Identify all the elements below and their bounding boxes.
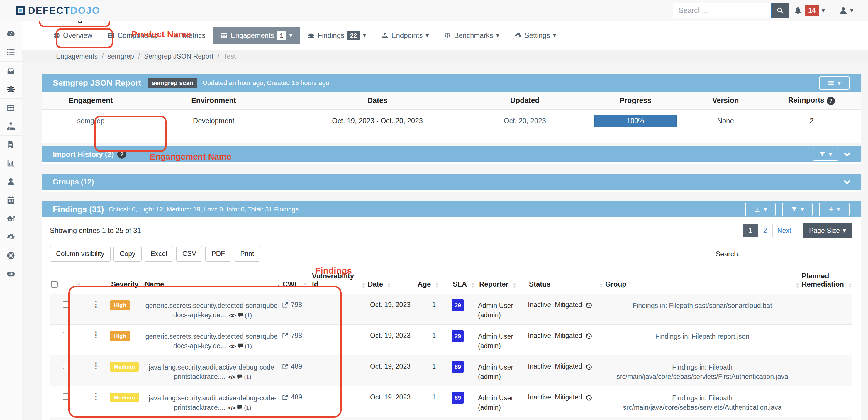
header-vulnerability-id[interactable]: Vulnerability Id [312, 272, 358, 288]
history-icon[interactable] [585, 363, 593, 371]
sort-arrows[interactable]: ▲▼ [599, 282, 603, 288]
header-date[interactable]: Date [368, 280, 383, 288]
page-2-button[interactable]: 2 [758, 224, 772, 237]
collapse-chevron-icon[interactable] [844, 150, 851, 157]
row-checkbox[interactable] [63, 301, 69, 308]
groups-bar[interactable]: Groups (12) [42, 174, 861, 190]
findings-filter-button[interactable]: ▾ [782, 203, 813, 216]
finding-name-link[interactable]: printstacktrace.... [174, 373, 225, 381]
sidebar-item-components[interactable] [0, 98, 22, 117]
row-checkbox[interactable] [63, 362, 69, 369]
engagement-link[interactable]: semgrep [42, 117, 140, 125]
question-circle-icon[interactable]: ? [827, 97, 835, 105]
print-button[interactable]: Print [234, 246, 260, 262]
header-group[interactable]: Group [605, 280, 626, 288]
sort-arrows[interactable]: ▲▼ [848, 282, 852, 288]
page-size-button[interactable]: Page Size ▾ [803, 223, 852, 238]
finding-name-link[interactable]: docs-api-key.de... [173, 342, 226, 350]
sidebar-item-endpoints[interactable] [0, 117, 22, 136]
search-input[interactable] [673, 3, 771, 18]
sort-arrows[interactable]: ▲▼ [387, 282, 391, 288]
sort-arrows[interactable]: ▲▼ [435, 282, 439, 288]
header-planned-remediation[interactable]: Planned Remediation [802, 272, 844, 288]
finding-name-link[interactable]: printstacktrace.... [174, 403, 225, 411]
group-link[interactable]: Findings in: Filepath sast/sonar/sonarcl… [604, 294, 801, 314]
row-actions-menu[interactable]: ⋮ [92, 332, 100, 338]
notifications-menu[interactable]: 14 ▾ [794, 5, 825, 16]
finding-name-link[interactable]: generic.secrets.security.detected-sonarq… [146, 333, 280, 340]
group-link[interactable]: Findings in: Filepath report.json [604, 325, 801, 345]
history-icon[interactable] [585, 301, 593, 309]
finding-name-link[interactable]: java.lang.security.audit.active-debug-co… [149, 394, 277, 402]
sidebar-item-logout[interactable] [0, 265, 22, 283]
tab-components[interactable]: Components [100, 27, 165, 44]
tab-endpoints[interactable]: Endpoints▾ [374, 27, 436, 44]
sidebar-item-users[interactable] [0, 173, 22, 191]
sort-arrows[interactable]: ▲▼ [77, 282, 81, 288]
comment-icon[interactable] [237, 374, 243, 380]
sidebar-item-inbox[interactable] [0, 62, 22, 80]
history-icon[interactable] [585, 332, 593, 340]
excel-button[interactable]: Excel [145, 246, 173, 262]
sort-arrows[interactable]: ▲▼ [303, 282, 307, 288]
finding-name-link[interactable]: java.lang.security.audit.active-debug-co… [149, 363, 277, 371]
tab-metrics[interactable]: Metrics [165, 27, 213, 44]
sort-arrows[interactable]: ▲▼ [362, 282, 365, 288]
cwe-link[interactable]: 489 [281, 386, 311, 405]
sidebar-item-settings[interactable] [0, 228, 22, 246]
tab-benchmarks[interactable]: Benchmarks▾ [436, 27, 507, 44]
updated-link[interactable]: Oct. 20, 2023 [467, 117, 582, 125]
breadcrumb-engagements[interactable]: Engagements [56, 53, 98, 60]
page-1-button[interactable]: 1 [743, 224, 758, 237]
sidebar-item-dashboard[interactable] [0, 25, 22, 43]
finding-name-link[interactable]: generic.secrets.security.detected-sonarq… [146, 302, 280, 309]
import-history-bar[interactable]: Import History (2) ? ▾ [42, 146, 861, 162]
header-reporter[interactable]: Reporter [479, 280, 508, 288]
scan-type-badge[interactable]: semgrep scan [148, 78, 197, 88]
sort-arrows[interactable]: ▲▼ [796, 282, 799, 288]
history-icon[interactable] [585, 394, 593, 401]
tab-settings[interactable]: Settings▾ [507, 27, 564, 44]
copy-button[interactable]: Copy [114, 246, 142, 262]
findings-add-button[interactable]: + ▾ [819, 203, 849, 216]
next-page-button[interactable]: Next [772, 224, 796, 237]
user-menu[interactable]: ▾ [839, 6, 853, 15]
import-history-filter-button[interactable]: ▾ [813, 148, 838, 161]
pdf-button[interactable]: PDF [205, 246, 231, 262]
finding-name-link[interactable]: docs-api-key.de... [173, 311, 226, 319]
findings-download-button[interactable]: ▾ [745, 203, 776, 216]
breadcrumb-report[interactable]: Semgrep JSON Report [144, 53, 213, 60]
select-all-checkbox[interactable] [51, 281, 58, 288]
defectdojo-logo[interactable]: DEFECTDOJO [17, 5, 100, 16]
sidebar-item-reports[interactable] [0, 136, 22, 154]
row-actions-menu[interactable]: ⋮ [92, 362, 100, 369]
report-menu-button[interactable]: ▾ [819, 76, 849, 90]
row-checkbox[interactable] [63, 393, 69, 400]
header-name[interactable]: Name [145, 280, 164, 288]
header-age[interactable]: Age [417, 280, 431, 288]
header-sla[interactable]: SLA [453, 280, 467, 288]
question-circle-icon[interactable]: ? [117, 150, 126, 159]
sort-asc-icon[interactable]: ▲ [276, 283, 280, 288]
group-link[interactable]: Findings in: Filepathsrc/main/java/core/… [604, 386, 801, 416]
tab-engagements[interactable]: Engagements1▾ [213, 27, 300, 44]
sidebar-item-findings[interactable] [0, 80, 22, 98]
row-actions-menu[interactable]: ⋮ [92, 393, 100, 400]
tab-findings[interactable]: Findings22▾ [300, 27, 374, 44]
cwe-link[interactable]: 489 [281, 356, 311, 374]
csv-button[interactable]: CSV [176, 246, 202, 262]
breadcrumb-semgrep[interactable]: semgrep [107, 53, 134, 60]
header-severity[interactable]: Severity [111, 280, 138, 288]
sort-arrows[interactable]: ▲▼ [513, 282, 517, 288]
column-visibility-button[interactable]: Column visibility [50, 246, 111, 262]
row-actions-menu[interactable]: ⋮ [92, 301, 100, 307]
header-cwe[interactable]: CWE [283, 280, 299, 288]
header-status[interactable]: Status [529, 280, 550, 288]
table-search-input[interactable] [744, 247, 852, 261]
cwe-link[interactable]: 798 [281, 294, 311, 313]
sort-arrows[interactable]: ▲▼ [471, 282, 475, 288]
sidebar-item-support[interactable] [0, 246, 22, 265]
comment-icon[interactable] [237, 404, 243, 411]
search-button[interactable] [771, 3, 789, 18]
collapse-chevron-icon[interactable] [844, 178, 851, 184]
